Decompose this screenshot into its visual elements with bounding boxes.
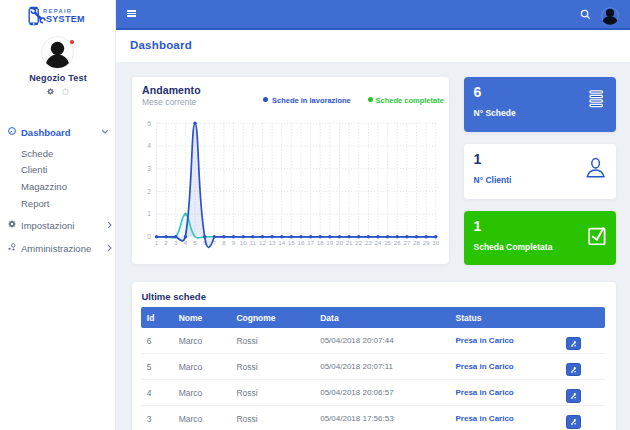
svg-text:5: 5 — [147, 120, 151, 127]
svg-text:0: 0 — [147, 233, 151, 240]
svg-text:18: 18 — [317, 239, 324, 246]
svg-text:27: 27 — [403, 239, 410, 246]
svg-text:19: 19 — [326, 239, 333, 246]
svg-text:11: 11 — [250, 239, 257, 246]
svg-text:15: 15 — [288, 239, 295, 246]
svg-text:28: 28 — [413, 239, 420, 246]
svg-text:2: 2 — [147, 188, 151, 195]
svg-text:9: 9 — [232, 239, 236, 246]
svg-text:3: 3 — [174, 239, 178, 246]
svg-text:3: 3 — [147, 165, 151, 172]
svg-text:25: 25 — [384, 239, 391, 246]
svg-text:1: 1 — [155, 239, 159, 246]
svg-text:12: 12 — [259, 239, 266, 246]
svg-text:30: 30 — [432, 239, 439, 246]
svg-text:2: 2 — [164, 239, 168, 246]
svg-text:16: 16 — [298, 239, 305, 246]
svg-text:10: 10 — [240, 239, 247, 246]
svg-text:23: 23 — [365, 239, 372, 246]
svg-text:14: 14 — [278, 239, 285, 246]
svg-text:17: 17 — [307, 239, 314, 246]
svg-text:22: 22 — [355, 239, 362, 246]
svg-text:20: 20 — [336, 239, 343, 246]
svg-text:8: 8 — [222, 239, 226, 246]
svg-text:29: 29 — [423, 239, 430, 246]
svg-text:5: 5 — [193, 239, 197, 246]
svg-text:4: 4 — [147, 142, 151, 149]
svg-text:21: 21 — [346, 239, 353, 246]
svg-text:26: 26 — [394, 239, 401, 246]
svg-text:1: 1 — [147, 210, 151, 217]
svg-text:24: 24 — [375, 239, 382, 246]
svg-text:13: 13 — [269, 239, 276, 246]
